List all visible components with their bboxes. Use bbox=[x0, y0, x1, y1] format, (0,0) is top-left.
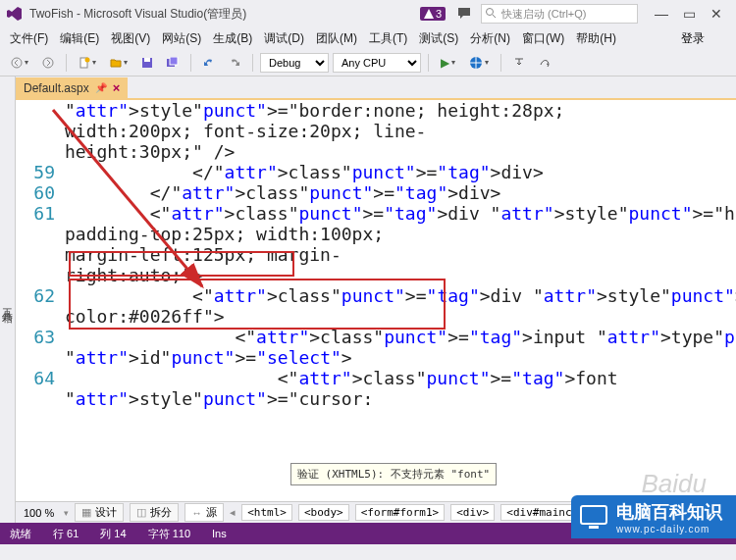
platform-select[interactable]: Any CPU bbox=[333, 53, 421, 73]
toolbar: Debug Any CPU ▶ bbox=[0, 49, 736, 76]
line-number: 64 bbox=[16, 368, 65, 388]
sign-in-link[interactable]: 登录 bbox=[681, 30, 732, 47]
menu-file[interactable]: 文件(F) bbox=[4, 28, 54, 49]
file-tab[interactable]: Default.aspx 📌 × bbox=[16, 77, 128, 98]
line-number: 62 bbox=[16, 285, 65, 306]
maximize-button[interactable]: ▭ bbox=[675, 3, 703, 25]
code-line[interactable]: right:auto;"> bbox=[16, 265, 736, 285]
pin-icon[interactable]: 📌 bbox=[95, 82, 107, 93]
brand-overlay: 电脑百科知识 www.pc-daily.com bbox=[571, 495, 736, 538]
line-number bbox=[16, 100, 65, 121]
code-text[interactable]: padding-top:25px; width:100px; bbox=[65, 224, 736, 244]
main-area: 工具箱 Default.aspx 📌 × ↲ ↲ ↲ ↲ ↲ ↲ bbox=[0, 76, 736, 523]
browser-select-button[interactable] bbox=[464, 52, 494, 74]
feedback-icon[interactable] bbox=[455, 5, 473, 23]
code-text[interactable]: "attr">style"punct">="cursor: bbox=[65, 388, 736, 409]
breadcrumb[interactable]: <body> bbox=[298, 504, 349, 521]
code-text[interactable]: "attr">id"punct">="select"> bbox=[65, 347, 736, 368]
code-text[interactable]: "attr">style"punct">="border:none; heigh… bbox=[65, 100, 736, 121]
code-text[interactable]: </"attr">class"punct">="tag">div> bbox=[65, 182, 736, 203]
code-line[interactable]: 61 <"attr">class"punct">="tag">div "attr… bbox=[16, 203, 736, 224]
code-text[interactable]: <"attr">class"punct">="tag">div "attr">s… bbox=[65, 203, 736, 224]
step-over-button[interactable] bbox=[534, 52, 555, 74]
search-icon bbox=[485, 7, 497, 21]
code-text[interactable]: </"attr">class"punct">="tag">div> bbox=[65, 162, 736, 182]
code-line[interactable]: "attr">style"punct">="cursor: bbox=[16, 388, 736, 409]
forward-button[interactable] bbox=[37, 52, 59, 74]
brand-icon bbox=[579, 502, 608, 532]
new-file-button[interactable] bbox=[74, 52, 101, 74]
code-text[interactable]: color:#0026ff"> bbox=[65, 306, 736, 327]
breadcrumb[interactable]: <html> bbox=[241, 504, 292, 521]
line-number bbox=[16, 121, 65, 141]
menu-debug[interactable]: 调试(D) bbox=[258, 28, 310, 49]
code-text[interactable]: height:30px;" /> bbox=[65, 141, 736, 162]
line-number bbox=[16, 224, 65, 244]
start-debug-button[interactable]: ▶ bbox=[436, 52, 460, 74]
validation-tooltip: 验证 (XHTML5): 不支持元素 "font" bbox=[290, 463, 497, 485]
view-source-tab[interactable]: ↔源 bbox=[184, 503, 224, 522]
svg-point-3 bbox=[43, 58, 53, 68]
code-line[interactable]: 62 <"attr">class"punct">="tag">div "attr… bbox=[16, 285, 736, 306]
line-number bbox=[16, 265, 65, 285]
menu-team[interactable]: 团队(M) bbox=[310, 28, 363, 49]
notification-badge[interactable]: 3 bbox=[420, 7, 446, 21]
line-number bbox=[16, 141, 65, 162]
menu-analyze[interactable]: 分析(N) bbox=[464, 28, 516, 49]
code-line[interactable]: "attr">style"punct">="border:none; heigh… bbox=[16, 100, 736, 121]
code-text[interactable]: right:auto;"> bbox=[65, 265, 736, 285]
code-text[interactable]: <"attr">class"punct">="tag">font bbox=[65, 368, 736, 388]
toolbox-rail[interactable]: 工具箱 bbox=[0, 76, 16, 523]
tabstrip: Default.aspx 📌 × bbox=[16, 76, 736, 100]
menu-view[interactable]: 视图(V) bbox=[105, 28, 156, 49]
menu-website[interactable]: 网站(S) bbox=[156, 28, 207, 49]
breadcrumb[interactable]: <form#form1> bbox=[355, 504, 445, 521]
undo-button[interactable] bbox=[198, 52, 220, 74]
menu-test[interactable]: 测试(S) bbox=[413, 28, 464, 49]
code-line[interactable]: margin-left:125px; margin- bbox=[16, 244, 736, 265]
redo-button[interactable] bbox=[224, 52, 245, 74]
view-design-tab[interactable]: ▦设计 bbox=[75, 503, 124, 522]
code-line[interactable]: color:#0026ff"> bbox=[16, 306, 736, 327]
svg-rect-13 bbox=[589, 526, 599, 529]
code-text[interactable]: <"attr">class"punct">="tag">div "attr">s… bbox=[65, 285, 736, 306]
code-line[interactable]: "attr">id"punct">="select"> bbox=[16, 347, 736, 368]
breadcrumb[interactable]: <div> bbox=[450, 504, 495, 521]
quick-launch-input[interactable]: 快速启动 (Ctrl+Q) bbox=[481, 4, 638, 24]
line-number bbox=[16, 347, 65, 368]
code-text[interactable]: <"attr">class"punct">="tag">input "attr"… bbox=[65, 327, 736, 347]
close-button[interactable]: ✕ bbox=[703, 3, 730, 25]
zoom-level[interactable]: 100 % bbox=[20, 507, 58, 519]
code-line[interactable]: padding-top:25px; width:100px; bbox=[16, 224, 736, 244]
status-line: 行 61 bbox=[53, 527, 79, 541]
open-file-button[interactable] bbox=[105, 52, 132, 74]
svg-point-0 bbox=[487, 9, 494, 16]
code-text[interactable]: width:200px; font-size:20px; line- bbox=[65, 121, 736, 141]
svg-point-5 bbox=[85, 57, 90, 62]
code-text[interactable]: margin-left:125px; margin- bbox=[65, 244, 736, 265]
save-all-button[interactable] bbox=[162, 52, 184, 74]
menu-edit[interactable]: 编辑(E) bbox=[54, 28, 105, 49]
back-button[interactable] bbox=[6, 52, 33, 74]
code-line[interactable]: 63 <"attr">class"punct">="tag">input "at… bbox=[16, 327, 736, 347]
code-line[interactable]: 59 </"attr">class"punct">="tag">div> bbox=[16, 162, 736, 182]
view-split-tab[interactable]: ◫拆分 bbox=[130, 503, 179, 522]
menu-help[interactable]: 帮助(H) bbox=[570, 28, 622, 49]
minimize-button[interactable]: — bbox=[648, 3, 675, 25]
status-col: 列 14 bbox=[100, 527, 126, 541]
code-line[interactable]: 64 <"attr">class"punct">="tag">font bbox=[16, 368, 736, 388]
close-tab-icon[interactable]: × bbox=[113, 80, 121, 95]
svg-line-1 bbox=[493, 15, 496, 18]
vs-logo-icon bbox=[6, 5, 24, 23]
menu-window[interactable]: 窗口(W) bbox=[516, 28, 570, 49]
code-editor[interactable]: ↲ ↲ ↲ ↲ ↲ ↲ ↲ ↲ ▾ "attr">style"punct">="… bbox=[16, 100, 736, 501]
editor-wrap: Default.aspx 📌 × ↲ ↲ ↲ ↲ ↲ ↲ ↲ ↲ ▾ bbox=[16, 76, 736, 523]
menu-tools[interactable]: 工具(T) bbox=[363, 28, 413, 49]
code-line[interactable]: height:30px;" /> bbox=[16, 141, 736, 162]
code-line[interactable]: 60 </"attr">class"punct">="tag">div> bbox=[16, 182, 736, 203]
step-into-button[interactable] bbox=[508, 52, 530, 74]
code-line[interactable]: width:200px; font-size:20px; line- bbox=[16, 121, 736, 141]
save-button[interactable] bbox=[136, 52, 158, 74]
config-select[interactable]: Debug bbox=[260, 53, 329, 73]
menu-build[interactable]: 生成(B) bbox=[207, 28, 258, 49]
